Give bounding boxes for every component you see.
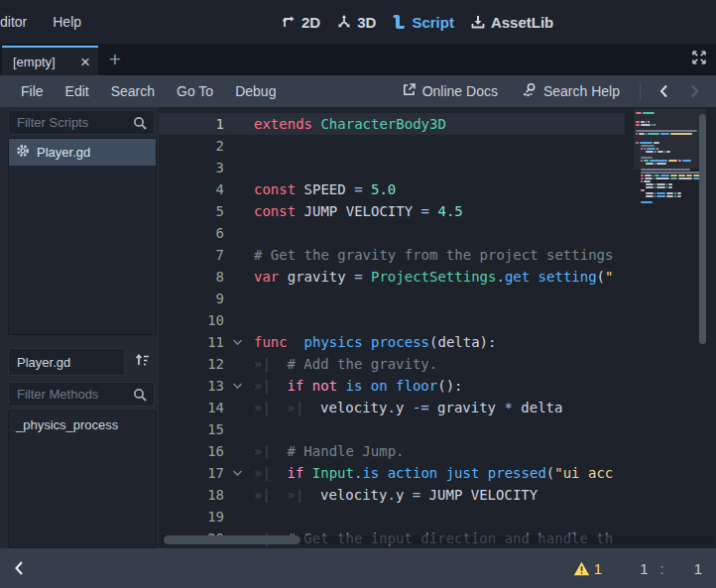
new-tab-button[interactable]: + (98, 44, 132, 75)
help-menu[interactable]: Help (40, 14, 94, 30)
minimap-row (636, 189, 705, 191)
method-list-item[interactable]: _physics_process (9, 412, 156, 438)
code-text: »|# Add the gravity. (254, 356, 625, 372)
minimap-row (636, 172, 705, 174)
script-editor-menubar: File Edit Search Go To Debug Online Docs… (0, 75, 716, 107)
code-text: »|if Input.is_action_just_pressed("ui_ac… (254, 465, 625, 481)
code-line-4[interactable]: 4const SPEED = 5.0 (159, 178, 625, 200)
horizontal-scrollbar-thumb[interactable] (164, 535, 300, 544)
minimap-row (636, 151, 705, 153)
minimap-row (636, 177, 705, 179)
status-bar: 1 1 : 1 (0, 548, 716, 588)
code-line-16[interactable]: 16»|# Handle Jump. (159, 440, 625, 462)
code-editor[interactable]: 1extends CharacterBody3D234const SPEED =… (159, 107, 716, 548)
code-line-11[interactable]: 11func _physics_process(delta): (159, 331, 625, 353)
code-line-18[interactable]: 18»|»|velocity.y = JUMP_VELOCITY (159, 484, 625, 506)
editor-menu[interactable]: ditor (0, 14, 40, 30)
minimap[interactable] (634, 107, 707, 548)
tab-indent-marker: »| (254, 356, 288, 372)
code-line-15[interactable]: 15 (159, 418, 625, 440)
chevron-left-icon (14, 560, 24, 576)
mode-2d-button[interactable]: 2D (281, 14, 320, 31)
minimap-row (636, 127, 705, 129)
filter-scripts-field[interactable] (8, 110, 155, 135)
line-number: 15 (159, 421, 232, 437)
code-text: const JUMP_VELOCITY = 4.5 (254, 203, 625, 219)
code-line-3[interactable]: 3 (159, 157, 625, 178)
line-number: 5 (159, 203, 232, 219)
sort-icon (134, 352, 151, 373)
minimap-row (636, 169, 705, 171)
code-line-1[interactable]: 1extends CharacterBody3D (159, 113, 625, 135)
minimap-row (636, 136, 705, 138)
horizontal-scrollbar-track[interactable] (161, 535, 714, 544)
minimap-row (636, 142, 705, 144)
minimap-row (636, 139, 705, 141)
script-name-field[interactable] (8, 348, 125, 376)
code-line-6[interactable]: 6 (159, 222, 625, 244)
script-name-input[interactable] (9, 355, 124, 370)
line-number: 8 (159, 269, 232, 285)
debug-menu[interactable]: Debug (224, 83, 287, 99)
search-menu[interactable]: Search (100, 83, 166, 99)
code-text: »|»|velocity.y = JUMP_VELOCITY (254, 487, 625, 503)
fold-icon (232, 382, 243, 390)
code-line-10[interactable]: 10 (159, 309, 625, 331)
mode-assetlib-button[interactable]: AssetLib (470, 14, 553, 31)
minimap-row (636, 166, 705, 168)
code-line-13[interactable]: 13»|if not is_on_floor(): (159, 375, 625, 397)
edit-menu[interactable]: Edit (55, 83, 100, 99)
sort-methods-button[interactable] (128, 348, 156, 376)
minimap-row (636, 112, 705, 114)
tab-empty-script[interactable]: [empty] × (2, 46, 98, 75)
minimap-row (636, 160, 705, 162)
code-line-8[interactable]: 8var gravity = ProjectSettings.get_setti… (159, 266, 625, 288)
file-menu[interactable]: File (10, 83, 55, 99)
history-forward-button[interactable] (683, 84, 706, 98)
line-number: 1 (159, 116, 232, 132)
history-back-button[interactable] (653, 84, 675, 98)
code-line-2[interactable]: 2 (159, 135, 625, 157)
fold-toggle[interactable] (232, 382, 254, 390)
code-line-17[interactable]: 17»|if Input.is_action_just_pressed("ui_… (159, 462, 625, 484)
script-list-item-player[interactable]: Player.gd (9, 139, 156, 166)
code-line-5[interactable]: 5const JUMP_VELOCITY = 4.5 (159, 200, 625, 222)
method-list: _physics_process (8, 411, 157, 548)
minimap-row (636, 133, 705, 135)
filter-methods-input[interactable] (9, 387, 133, 402)
online-docs-button[interactable]: Online Docs (394, 82, 506, 100)
minimap-row (636, 183, 705, 185)
filter-methods-field[interactable] (8, 382, 155, 407)
tab-indent-marker: »| (254, 487, 288, 503)
warning-icon (573, 561, 590, 576)
search-help-button[interactable]: Search Help (514, 82, 628, 101)
code-line-14[interactable]: 14»|»|velocity.y -= gravity * delta (159, 397, 625, 418)
code-text: func _physics_process(delta): (254, 334, 625, 350)
minimap-row (636, 121, 705, 123)
line-number: 6 (159, 225, 232, 241)
code-line-7[interactable]: 7# Get the gravity from the project sett… (159, 244, 625, 266)
close-icon[interactable]: × (80, 54, 90, 70)
mode-script-button[interactable]: Script (392, 14, 454, 31)
code-text: # Get the gravity from the project setti… (254, 247, 625, 263)
code-text: const SPEED = 5.0 (254, 181, 625, 197)
fold-toggle[interactable] (232, 469, 254, 477)
line-number: 9 (159, 291, 232, 306)
minimap-row (636, 124, 705, 126)
filter-scripts-input[interactable] (9, 115, 133, 130)
line-number: 2 (159, 138, 232, 154)
code-line-12[interactable]: 12»|# Add the gravity. (159, 353, 625, 375)
warning-counter[interactable]: 1 (573, 560, 602, 577)
code-line-9[interactable]: 9 (159, 288, 625, 309)
code-line-19[interactable]: 19 (159, 506, 625, 528)
minimap-row (636, 175, 705, 176)
goto-menu[interactable]: Go To (166, 83, 224, 99)
fold-toggle[interactable] (232, 338, 254, 346)
minimap-row (636, 115, 705, 117)
toggle-scripts-panel-button[interactable] (14, 560, 24, 576)
mode-3d-button[interactable]: 3D (336, 14, 376, 31)
vertical-scrollbar[interactable] (699, 114, 706, 344)
search-icon (133, 388, 147, 402)
expand-fullscreen-button[interactable] (690, 49, 708, 70)
fold-icon (232, 469, 243, 477)
